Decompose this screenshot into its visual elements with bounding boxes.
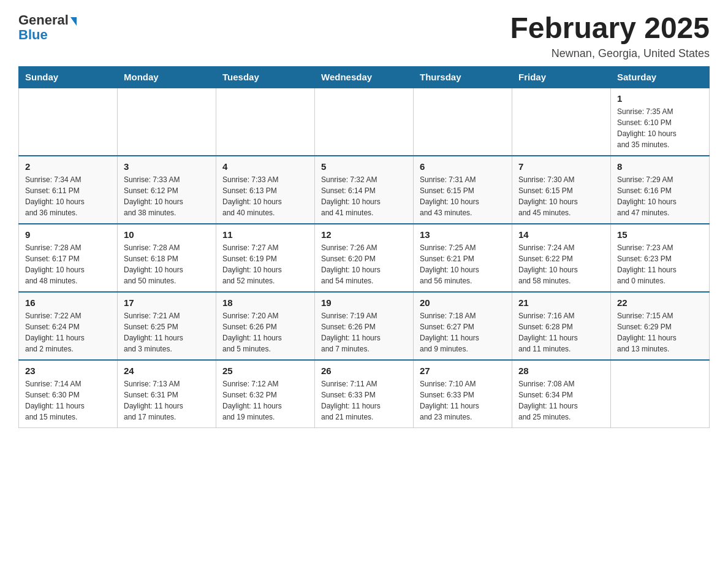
day-info: Sunrise: 7:16 AMSunset: 6:28 PMDaylight:… bbox=[518, 310, 604, 354]
day-number: 26 bbox=[321, 366, 407, 376]
day-number: 1 bbox=[617, 93, 703, 104]
day-number: 13 bbox=[420, 229, 506, 240]
logo-blue-text: Blue bbox=[18, 27, 48, 43]
calendar-cell: 12Sunrise: 7:26 AMSunset: 6:20 PMDayligh… bbox=[315, 224, 414, 292]
week-row-3: 9Sunrise: 7:28 AMSunset: 6:17 PMDaylight… bbox=[19, 224, 710, 292]
calendar-cell: 25Sunrise: 7:12 AMSunset: 6:32 PMDayligh… bbox=[216, 360, 315, 428]
calendar-cell: 24Sunrise: 7:13 AMSunset: 6:31 PMDayligh… bbox=[118, 360, 216, 428]
location-text: Newnan, Georgia, United States bbox=[510, 47, 710, 60]
week-row-2: 2Sunrise: 7:34 AMSunset: 6:11 PMDaylight… bbox=[19, 156, 710, 224]
calendar-header-row: Sunday Monday Tuesday Wednesday Thursday… bbox=[19, 66, 710, 88]
day-info: Sunrise: 7:15 AMSunset: 6:29 PMDaylight:… bbox=[617, 310, 703, 354]
day-info: Sunrise: 7:14 AMSunset: 6:30 PMDaylight:… bbox=[25, 378, 111, 423]
calendar-cell bbox=[216, 88, 315, 156]
page-header: General Blue February 2025 Newnan, Georg… bbox=[18, 12, 710, 60]
calendar-cell: 26Sunrise: 7:11 AMSunset: 6:33 PMDayligh… bbox=[315, 360, 414, 428]
header-tuesday: Tuesday bbox=[216, 66, 315, 88]
day-info: Sunrise: 7:34 AMSunset: 6:11 PMDaylight:… bbox=[25, 174, 111, 218]
day-info: Sunrise: 7:24 AMSunset: 6:22 PMDaylight:… bbox=[518, 242, 604, 286]
day-info: Sunrise: 7:11 AMSunset: 6:33 PMDaylight:… bbox=[321, 378, 407, 423]
day-info: Sunrise: 7:13 AMSunset: 6:31 PMDaylight:… bbox=[124, 378, 210, 423]
day-info: Sunrise: 7:08 AMSunset: 6:34 PMDaylight:… bbox=[518, 378, 604, 423]
calendar-cell: 17Sunrise: 7:21 AMSunset: 6:25 PMDayligh… bbox=[118, 292, 216, 360]
day-info: Sunrise: 7:28 AMSunset: 6:17 PMDaylight:… bbox=[25, 242, 111, 286]
header-friday: Friday bbox=[512, 66, 611, 88]
day-info: Sunrise: 7:31 AMSunset: 6:15 PMDaylight:… bbox=[420, 174, 506, 218]
logo-general-text: General bbox=[18, 12, 69, 28]
day-info: Sunrise: 7:23 AMSunset: 6:23 PMDaylight:… bbox=[617, 242, 703, 286]
month-title: February 2025 bbox=[510, 12, 710, 45]
calendar-cell: 21Sunrise: 7:16 AMSunset: 6:28 PMDayligh… bbox=[512, 292, 611, 360]
day-number: 24 bbox=[124, 366, 210, 376]
calendar-cell: 6Sunrise: 7:31 AMSunset: 6:15 PMDaylight… bbox=[414, 156, 512, 224]
calendar-cell: 2Sunrise: 7:34 AMSunset: 6:11 PMDaylight… bbox=[19, 156, 118, 224]
calendar-cell: 13Sunrise: 7:25 AMSunset: 6:21 PMDayligh… bbox=[414, 224, 512, 292]
day-number: 6 bbox=[420, 161, 506, 172]
day-info: Sunrise: 7:27 AMSunset: 6:19 PMDaylight:… bbox=[222, 242, 308, 286]
day-number: 20 bbox=[420, 297, 506, 308]
calendar-cell: 5Sunrise: 7:32 AMSunset: 6:14 PMDaylight… bbox=[315, 156, 414, 224]
day-info: Sunrise: 7:19 AMSunset: 6:26 PMDaylight:… bbox=[321, 310, 407, 354]
logo: General Blue bbox=[18, 12, 77, 43]
day-info: Sunrise: 7:20 AMSunset: 6:26 PMDaylight:… bbox=[222, 310, 308, 354]
day-number: 7 bbox=[518, 161, 604, 172]
calendar-cell: 27Sunrise: 7:10 AMSunset: 6:33 PMDayligh… bbox=[414, 360, 512, 428]
week-row-4: 16Sunrise: 7:22 AMSunset: 6:24 PMDayligh… bbox=[19, 292, 710, 360]
calendar-table: Sunday Monday Tuesday Wednesday Thursday… bbox=[18, 66, 710, 428]
day-number: 12 bbox=[321, 229, 407, 240]
header-saturday: Saturday bbox=[611, 66, 710, 88]
calendar-cell: 3Sunrise: 7:33 AMSunset: 6:12 PMDaylight… bbox=[118, 156, 216, 224]
day-number: 10 bbox=[124, 229, 210, 240]
calendar-cell: 14Sunrise: 7:24 AMSunset: 6:22 PMDayligh… bbox=[512, 224, 611, 292]
day-number: 27 bbox=[420, 366, 506, 376]
calendar-cell: 18Sunrise: 7:20 AMSunset: 6:26 PMDayligh… bbox=[216, 292, 315, 360]
day-info: Sunrise: 7:18 AMSunset: 6:27 PMDaylight:… bbox=[420, 310, 506, 354]
calendar-cell bbox=[19, 88, 118, 156]
day-number: 11 bbox=[222, 229, 308, 240]
day-number: 2 bbox=[25, 161, 111, 172]
day-number: 9 bbox=[25, 229, 111, 240]
calendar-cell: 9Sunrise: 7:28 AMSunset: 6:17 PMDaylight… bbox=[19, 224, 118, 292]
day-info: Sunrise: 7:12 AMSunset: 6:32 PMDaylight:… bbox=[222, 378, 308, 423]
day-info: Sunrise: 7:25 AMSunset: 6:21 PMDaylight:… bbox=[420, 242, 506, 286]
day-info: Sunrise: 7:21 AMSunset: 6:25 PMDaylight:… bbox=[124, 310, 210, 354]
day-info: Sunrise: 7:33 AMSunset: 6:13 PMDaylight:… bbox=[222, 174, 308, 218]
day-number: 28 bbox=[518, 366, 604, 376]
calendar-cell: 4Sunrise: 7:33 AMSunset: 6:13 PMDaylight… bbox=[216, 156, 315, 224]
header-wednesday: Wednesday bbox=[315, 66, 414, 88]
calendar-cell: 19Sunrise: 7:19 AMSunset: 6:26 PMDayligh… bbox=[315, 292, 414, 360]
day-info: Sunrise: 7:22 AMSunset: 6:24 PMDaylight:… bbox=[25, 310, 111, 354]
day-info: Sunrise: 7:33 AMSunset: 6:12 PMDaylight:… bbox=[124, 174, 210, 218]
calendar-cell bbox=[512, 88, 611, 156]
calendar-cell: 16Sunrise: 7:22 AMSunset: 6:24 PMDayligh… bbox=[19, 292, 118, 360]
calendar-cell: 15Sunrise: 7:23 AMSunset: 6:23 PMDayligh… bbox=[611, 224, 710, 292]
week-row-5: 23Sunrise: 7:14 AMSunset: 6:30 PMDayligh… bbox=[19, 360, 710, 428]
day-number: 15 bbox=[617, 229, 703, 240]
day-info: Sunrise: 7:10 AMSunset: 6:33 PMDaylight:… bbox=[420, 378, 506, 423]
day-number: 4 bbox=[222, 161, 308, 172]
day-number: 17 bbox=[124, 297, 210, 308]
title-section: February 2025 Newnan, Georgia, United St… bbox=[510, 12, 710, 60]
calendar-cell: 8Sunrise: 7:29 AMSunset: 6:16 PMDaylight… bbox=[611, 156, 710, 224]
day-info: Sunrise: 7:32 AMSunset: 6:14 PMDaylight:… bbox=[321, 174, 407, 218]
calendar-cell bbox=[414, 88, 512, 156]
calendar-cell: 11Sunrise: 7:27 AMSunset: 6:19 PMDayligh… bbox=[216, 224, 315, 292]
header-monday: Monday bbox=[118, 66, 216, 88]
calendar-cell: 20Sunrise: 7:18 AMSunset: 6:27 PMDayligh… bbox=[414, 292, 512, 360]
header-thursday: Thursday bbox=[414, 66, 512, 88]
header-sunday: Sunday bbox=[19, 66, 118, 88]
logo-arrow-icon bbox=[70, 17, 77, 26]
day-number: 5 bbox=[321, 161, 407, 172]
calendar-cell bbox=[315, 88, 414, 156]
day-info: Sunrise: 7:28 AMSunset: 6:18 PMDaylight:… bbox=[124, 242, 210, 286]
calendar-cell: 23Sunrise: 7:14 AMSunset: 6:30 PMDayligh… bbox=[19, 360, 118, 428]
day-number: 18 bbox=[222, 297, 308, 308]
day-number: 8 bbox=[617, 161, 703, 172]
calendar-cell bbox=[118, 88, 216, 156]
day-info: Sunrise: 7:29 AMSunset: 6:16 PMDaylight:… bbox=[617, 174, 703, 218]
day-info: Sunrise: 7:26 AMSunset: 6:20 PMDaylight:… bbox=[321, 242, 407, 286]
week-row-1: 1Sunrise: 7:35 AMSunset: 6:10 PMDaylight… bbox=[19, 88, 710, 156]
day-number: 3 bbox=[124, 161, 210, 172]
calendar-cell: 22Sunrise: 7:15 AMSunset: 6:29 PMDayligh… bbox=[611, 292, 710, 360]
day-number: 23 bbox=[25, 366, 111, 376]
